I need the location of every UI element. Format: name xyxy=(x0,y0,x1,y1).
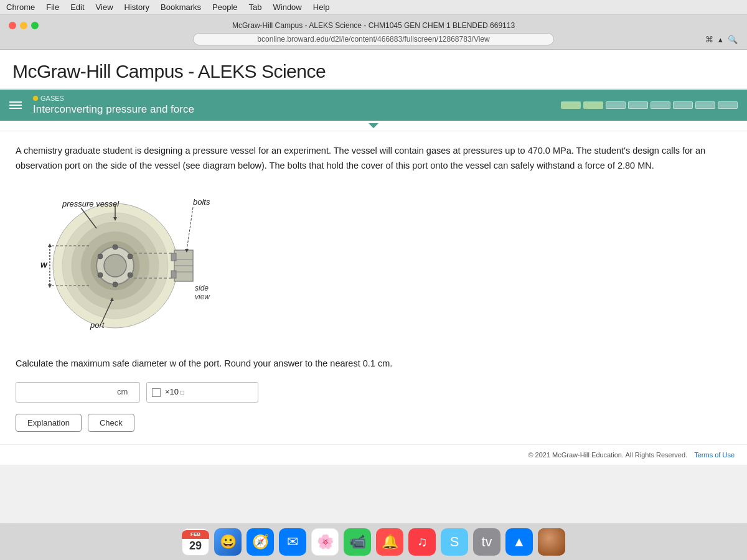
menu-people[interactable]: People xyxy=(212,2,237,12)
browser-title-bar: McGraw-Hill Campus - ALEKS Science - CHM… xyxy=(0,15,747,50)
menu-bookmarks[interactable]: Bookmarks xyxy=(161,2,201,12)
problem-text: A chemistry graduate student is designin… xyxy=(16,144,731,174)
mac-dock: FEB 29 😀 🧭 ✉ 🌸 📹 🔔 ♫ S tv ▲ xyxy=(0,523,747,560)
answer-input[interactable] xyxy=(21,388,115,398)
dock-safari-2[interactable]: S xyxy=(441,528,468,556)
menu-view[interactable]: View xyxy=(96,2,113,12)
main-content: A chemistry graduate student is designin… xyxy=(0,131,747,444)
aleks-topic-bar: GASES Interconverting pressure and force xyxy=(0,90,747,121)
progress-segment-4 xyxy=(628,101,648,109)
exponent-input-wrapper[interactable]: ×10 □ xyxy=(146,382,258,403)
dock-mail[interactable]: ✉ xyxy=(279,528,306,556)
chevron-down-icon[interactable] xyxy=(369,123,378,128)
progress-segment-6 xyxy=(673,101,693,109)
exponent-box: ×10 □ xyxy=(152,386,184,399)
menu-chrome[interactable]: Chrome xyxy=(6,2,35,12)
dock-profile[interactable] xyxy=(538,528,565,556)
wifi-icon: ⌘ xyxy=(705,35,713,44)
topic-category: GASES xyxy=(33,95,194,102)
traffic-light-red[interactable] xyxy=(9,22,16,29)
traffic-light-green[interactable] xyxy=(31,22,39,29)
search-icon[interactable]: 🔍 xyxy=(728,35,738,44)
checkbox-icon xyxy=(152,388,161,397)
menu-history[interactable]: History xyxy=(125,2,149,12)
label-side: side xyxy=(195,284,209,292)
signal-icon: ▴ xyxy=(718,35,723,44)
hamburger-menu-icon[interactable] xyxy=(9,101,22,109)
menu-help[interactable]: Help xyxy=(313,2,330,12)
svg-point-11 xyxy=(113,282,118,287)
progress-segment-8 xyxy=(718,101,738,109)
menu-window[interactable]: Window xyxy=(273,2,302,12)
topic-title: Interconverting pressure and force xyxy=(33,103,194,116)
unit-label: cm xyxy=(117,386,128,399)
dock-music[interactable]: ♫ xyxy=(408,528,436,556)
dock-safari[interactable]: 🧭 xyxy=(247,528,274,556)
label-bolts: bolts xyxy=(193,197,210,207)
footer: © 2021 McGraw-Hill Education. All Rights… xyxy=(0,444,747,465)
dock-calendar[interactable]: FEB 29 xyxy=(182,528,209,556)
progress-segment-1 xyxy=(561,101,581,109)
traffic-light-yellow[interactable] xyxy=(20,22,27,29)
browser-tab-title: McGraw-Hill Campus - ALEKS Science - CHM… xyxy=(232,21,515,30)
progress-segment-7 xyxy=(695,101,715,109)
svg-point-9 xyxy=(128,254,133,259)
diagram-container: pressure vessel bolts w side view port xyxy=(28,191,265,344)
progress-segment-2 xyxy=(583,101,603,109)
exponent-label: ×10 xyxy=(165,386,179,399)
menu-bar: Chrome File Edit View History Bookmarks … xyxy=(0,0,747,15)
label-port: port xyxy=(90,320,105,330)
exponent-superscript: □ xyxy=(181,388,184,398)
progress-segment-5 xyxy=(651,101,670,109)
dock-notification[interactable]: 🔔 xyxy=(376,528,403,556)
dock-tv[interactable]: tv xyxy=(473,528,500,556)
svg-point-13 xyxy=(98,254,103,259)
svg-point-7 xyxy=(104,254,126,277)
address-bar[interactable]: bconline.broward.edu/d2l/le/content/4668… xyxy=(193,33,554,45)
menu-file[interactable]: File xyxy=(46,2,59,12)
buttons-row: Explanation Check xyxy=(16,414,731,432)
progress-segment-3 xyxy=(606,101,626,109)
svg-point-12 xyxy=(98,273,103,278)
calendar-month: FEB xyxy=(182,530,209,539)
top-right-icons: ⌘ ▴ 🔍 xyxy=(705,35,738,44)
dock-app-store[interactable]: ▲ xyxy=(505,528,533,556)
gases-dot-icon xyxy=(33,96,38,101)
input-area: cm ×10 □ xyxy=(16,382,731,403)
pressure-vessel-diagram: pressure vessel bolts w side view port xyxy=(28,191,265,340)
explanation-button[interactable]: Explanation xyxy=(16,414,82,432)
menu-edit[interactable]: Edit xyxy=(70,2,84,12)
menu-tab[interactable]: Tab xyxy=(249,2,262,12)
terms-link[interactable]: Terms of Use xyxy=(694,451,735,459)
page-header: McGraw-Hill Campus - ALEKS Science xyxy=(0,50,747,90)
svg-point-8 xyxy=(113,245,118,250)
answer-input-wrapper[interactable]: cm xyxy=(16,382,140,403)
dock-photos[interactable]: 🌸 xyxy=(311,528,339,556)
question-text: Calculate the maximum safe diameter w of… xyxy=(16,357,731,371)
svg-point-10 xyxy=(128,273,133,278)
page-title: McGraw-Hill Campus - ALEKS Science xyxy=(12,61,735,82)
copyright-text: © 2021 McGraw-Hill Education. All Rights… xyxy=(528,451,687,459)
label-pressure-vessel: pressure vessel xyxy=(62,199,120,208)
label-w: w xyxy=(40,259,48,269)
collapse-toggle[interactable] xyxy=(0,121,747,131)
label-view: view xyxy=(195,292,210,301)
dock-finder[interactable]: 😀 xyxy=(214,528,242,556)
progress-bar xyxy=(561,101,738,109)
calendar-day: 29 xyxy=(189,539,202,554)
check-button[interactable]: Check xyxy=(88,414,134,432)
dock-facetime[interactable]: 📹 xyxy=(344,528,371,556)
